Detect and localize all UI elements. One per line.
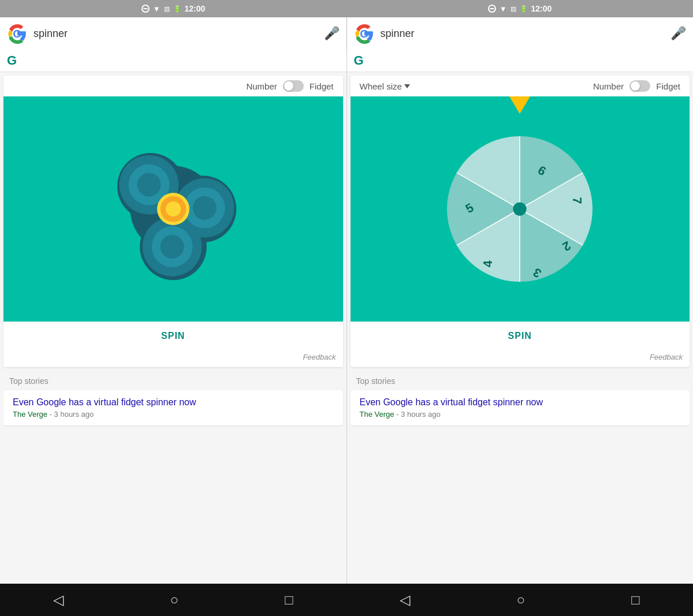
right-screen: G spinner 🎤 G Wheel size Number Fidget (347, 17, 694, 584)
svg-text:7: 7 (570, 197, 584, 204)
screens-wrapper: G spinner 🎤 G Number Fidget (0, 17, 693, 584)
left-scroll-indicator: G (0, 50, 346, 72)
right-story-title[interactable]: Even Google has a virtual fidget spinner… (360, 397, 681, 408)
right-wheel-canvas[interactable]: 6 7 2 3 4 5 (351, 96, 690, 322)
svg-point-8 (137, 173, 161, 196)
right-top-stories-label: Top stories (347, 371, 694, 388)
battery-icon-left: 🔋 (173, 5, 181, 13)
status-left: ▼ ▨ 🔋 12:00 (0, 0, 346, 17)
wifi-icon-left: ▼ (153, 5, 161, 13)
left-search-bar[interactable]: G spinner 🎤 (0, 17, 346, 50)
back-icon-left[interactable]: ◁ (53, 592, 64, 608)
left-story-title[interactable]: Even Google has a virtual fidget spinner… (13, 397, 334, 408)
time-right: 12:00 (531, 4, 552, 13)
wheel-size-button[interactable]: Wheel size (360, 81, 410, 91)
svg-text:4: 4 (481, 260, 495, 267)
left-toggle-switch[interactable] (283, 80, 304, 92)
google-logo-right: G (354, 23, 375, 44)
status-right: ▼ ▨ 🔋 12:00 (346, 0, 693, 17)
dropdown-arrow-icon (404, 84, 410, 88)
minus-icon-left (141, 5, 150, 13)
recents-icon-right[interactable]: □ (631, 592, 640, 608)
right-story-source: The Verge - 3 hours ago (360, 410, 681, 419)
right-scroll-indicator: G (347, 50, 694, 72)
google-logo-left: G (7, 23, 28, 44)
nav-bars: ◁ ○ □ ◁ ○ □ (0, 584, 693, 616)
right-feedback: Feedback (351, 350, 690, 367)
left-screen: G spinner 🎤 G Number Fidget (0, 17, 347, 584)
left-fidget-label: Fidget (310, 81, 334, 91)
right-story-card[interactable]: Even Google has a virtual fidget spinner… (351, 390, 690, 425)
left-number-label: Number (246, 81, 277, 91)
left-nav-bar: ◁ ○ □ (0, 584, 346, 616)
left-story-card[interactable]: Even Google has a virtual fidget spinner… (3, 390, 343, 425)
battery-icon-right: 🔋 (520, 5, 528, 13)
right-source-name: The Verge (360, 410, 394, 419)
left-spinner-card: Number Fidget (3, 76, 343, 367)
svg-point-11 (192, 196, 216, 220)
right-spinner-card: Wheel size Number Fidget (351, 76, 690, 367)
left-source-name: The Verge (13, 410, 47, 419)
left-feedback: Feedback (3, 350, 343, 367)
status-bar: ▼ ▨ 🔋 12:00 ▼ ▨ 🔋 12:00 (0, 0, 693, 17)
mic-icon-left[interactable]: 🎤 (324, 26, 340, 41)
minus-icon-right (488, 5, 496, 13)
recents-icon-left[interactable]: □ (285, 592, 293, 608)
right-number-label: Number (593, 81, 624, 91)
left-search-input[interactable]: spinner (33, 28, 318, 40)
wheel-size-label: Wheel size (360, 81, 402, 91)
right-nav-bar: ◁ ○ □ (346, 584, 693, 616)
svg-text:G: G (360, 28, 368, 40)
right-fidget-label: Fidget (656, 81, 680, 91)
left-story-source: The Verge - 3 hours ago (13, 410, 334, 419)
signal-icon-right: ▨ (511, 5, 516, 13)
right-toggle-switch[interactable] (629, 80, 650, 92)
home-icon-right[interactable]: ○ (516, 592, 525, 608)
left-spinner-canvas[interactable] (3, 96, 343, 322)
home-icon-left[interactable]: ○ (170, 592, 178, 608)
right-search-input[interactable]: spinner (381, 28, 665, 40)
wheel-pointer (509, 96, 530, 114)
right-story-time: - 3 hours ago (396, 410, 441, 419)
left-controls-row: Number Fidget (3, 76, 343, 96)
back-icon-right[interactable]: ◁ (400, 592, 410, 608)
fidget-spinner-svg (92, 128, 254, 290)
right-search-bar[interactable]: G spinner 🎤 (347, 17, 694, 50)
left-story-time: - 3 hours ago (50, 410, 94, 419)
svg-text:G: G (13, 28, 21, 40)
wifi-icon-right: ▼ (500, 5, 507, 13)
mic-icon-right[interactable]: 🎤 (670, 26, 686, 41)
right-spin-button[interactable]: SPIN (351, 322, 690, 350)
time-left: 12:00 (185, 4, 206, 13)
number-wheel-svg: 6 7 2 3 4 5 (430, 102, 609, 316)
left-spin-button[interactable]: SPIN (3, 322, 343, 350)
signal-icon-left: ▨ (164, 5, 170, 13)
svg-point-17 (166, 201, 181, 216)
svg-point-31 (513, 202, 527, 215)
right-controls-row: Wheel size Number Fidget (351, 76, 690, 96)
svg-point-14 (160, 235, 184, 259)
left-top-stories-label: Top stories (0, 371, 346, 388)
